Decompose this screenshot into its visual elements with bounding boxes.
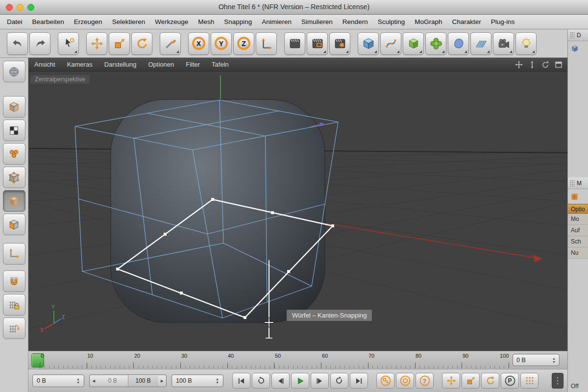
play-reverse-button[interactable] bbox=[252, 373, 270, 389]
stepper-up-icon[interactable]: ▲ bbox=[76, 377, 80, 381]
play-button[interactable] bbox=[291, 373, 309, 389]
vp-menu-kameras[interactable]: Kameras bbox=[61, 58, 98, 71]
viewport-3d[interactable]: Y Z X Zentralperspektive Würfel – Kanten… bbox=[28, 72, 567, 351]
range-left-arrow-icon[interactable]: ◀ bbox=[90, 379, 98, 383]
play-forward-loop-button[interactable] bbox=[330, 373, 348, 389]
objects-manager-header[interactable]: D bbox=[568, 29, 588, 41]
frame-stepper[interactable]: ▲ ▼ bbox=[549, 357, 556, 364]
add-light-button[interactable] bbox=[515, 32, 537, 55]
rounded-cube-object[interactable] bbox=[111, 99, 325, 322]
attributes-manager-header[interactable]: M bbox=[568, 177, 588, 189]
attribute-row[interactable]: Sch bbox=[568, 236, 588, 247]
range-right-arrow-icon[interactable]: ▶ bbox=[158, 379, 166, 383]
key-rotation-button[interactable] bbox=[481, 373, 499, 389]
stepper-up-icon[interactable]: ▲ bbox=[552, 357, 556, 360]
current-frame-stepper[interactable]: ▲ ▼ bbox=[74, 377, 80, 384]
key-pla-button[interactable] bbox=[520, 373, 539, 389]
x-lock-button[interactable]: X bbox=[188, 32, 209, 55]
menu-bearbeiten[interactable]: Bearbeiten bbox=[27, 15, 69, 29]
render-view-button[interactable] bbox=[284, 32, 305, 55]
lock-workplane-button[interactable] bbox=[3, 294, 25, 316]
menu-mesh[interactable]: Mesh bbox=[193, 15, 219, 29]
attributes-tab[interactable]: Optio bbox=[568, 204, 588, 214]
panel-handle-button[interactable] bbox=[552, 373, 564, 389]
points-mode-button[interactable] bbox=[3, 167, 25, 188]
menu-simulieren[interactable]: Simulieren bbox=[296, 15, 338, 29]
add-subdivision-button[interactable] bbox=[403, 32, 424, 55]
polygons-mode-button[interactable] bbox=[3, 214, 25, 235]
keying-help-button[interactable]: ? bbox=[416, 373, 434, 389]
stepper-down-icon[interactable]: ▼ bbox=[552, 360, 556, 364]
live-selection-button[interactable] bbox=[58, 32, 79, 55]
render-region-button[interactable] bbox=[307, 32, 328, 55]
menu-sculpting[interactable]: Sculpting bbox=[373, 15, 410, 29]
menu-datei[interactable]: Datei bbox=[2, 15, 27, 29]
object-cube-icon[interactable] bbox=[571, 45, 579, 52]
coord-system-button[interactable] bbox=[256, 32, 277, 55]
stepper-up-icon[interactable]: ▲ bbox=[216, 377, 219, 381]
add-cube-button[interactable] bbox=[358, 32, 379, 55]
goto-end-button[interactable] bbox=[350, 373, 368, 389]
y-lock-button[interactable]: Y bbox=[211, 32, 232, 55]
objects-menu-label[interactable]: D bbox=[577, 32, 581, 39]
add-camera-button[interactable] bbox=[493, 32, 514, 55]
viewport-zoom-button[interactable] bbox=[528, 60, 536, 69]
last-tool-button[interactable] bbox=[160, 32, 181, 55]
workplane-rotate-button[interactable] bbox=[3, 318, 25, 339]
add-generator-button[interactable] bbox=[425, 32, 446, 55]
next-frame-button[interactable] bbox=[311, 373, 329, 389]
record-keyframe-button[interactable] bbox=[376, 373, 394, 389]
undo-button[interactable] bbox=[7, 32, 28, 55]
vp-menu-ansicht[interactable]: Ansicht bbox=[28, 58, 61, 71]
enable-axis-button[interactable] bbox=[3, 243, 25, 265]
add-spline-button[interactable] bbox=[380, 32, 401, 55]
vp-menu-filter[interactable]: Filter bbox=[180, 58, 206, 71]
menu-plugins[interactable]: Plug-ins bbox=[486, 15, 520, 29]
attribute-bottom-row[interactable]: Off bbox=[568, 380, 588, 392]
add-environment-button[interactable] bbox=[470, 32, 491, 55]
menu-mograph[interactable]: MoGraph bbox=[410, 15, 447, 29]
vp-menu-optionen[interactable]: Optionen bbox=[142, 58, 180, 71]
attributes-menu-label[interactable]: M bbox=[577, 180, 582, 187]
close-button[interactable] bbox=[6, 4, 13, 11]
zoom-button[interactable] bbox=[27, 4, 34, 11]
redo-button[interactable] bbox=[29, 32, 50, 55]
scale-button[interactable] bbox=[109, 32, 130, 55]
workplane-mode-button[interactable] bbox=[3, 143, 25, 165]
add-deformer-button[interactable] bbox=[448, 32, 469, 55]
viewport-canvas[interactable]: Y Z X bbox=[28, 72, 567, 351]
rotate-button[interactable] bbox=[131, 32, 152, 55]
convert-tool-button[interactable] bbox=[3, 61, 25, 82]
z-lock-button[interactable]: Z bbox=[233, 32, 254, 55]
key-scale-button[interactable] bbox=[462, 373, 480, 389]
prev-frame-button[interactable] bbox=[271, 373, 290, 389]
vp-menu-tafeln[interactable]: Tafeln bbox=[206, 58, 235, 71]
model-mode-button[interactable] bbox=[3, 96, 25, 118]
timeline-ticks[interactable] bbox=[40, 363, 511, 368]
render-settings-button[interactable] bbox=[329, 32, 350, 55]
attribute-row[interactable]: Auf bbox=[568, 225, 588, 236]
viewport-toggle-button[interactable] bbox=[554, 60, 563, 69]
key-position-button[interactable] bbox=[442, 373, 460, 389]
camera-label[interactable]: Zentralperspektive bbox=[30, 75, 90, 84]
timeline-ruler[interactable]: 0 10 20 30 40 50 60 70 80 90 100 0 B ▲ ▼ bbox=[28, 351, 567, 369]
goto-start-button[interactable] bbox=[232, 373, 250, 389]
menu-snapping[interactable]: Snapping bbox=[219, 15, 257, 29]
menu-erzeugen[interactable]: Erzeugen bbox=[69, 15, 107, 29]
attribute-row[interactable]: Nu bbox=[568, 247, 588, 259]
menu-charakter[interactable]: Charakter bbox=[447, 15, 486, 29]
attribute-tag-icon[interactable] bbox=[571, 193, 578, 200]
viewport-pan-button[interactable] bbox=[514, 60, 523, 69]
minimize-button[interactable] bbox=[17, 4, 24, 11]
texture-mode-button[interactable] bbox=[3, 120, 25, 141]
snap-toggle-button[interactable] bbox=[3, 270, 25, 292]
menu-werkzeuge[interactable]: Werkzeuge bbox=[150, 15, 193, 29]
panel-grip[interactable] bbox=[570, 180, 575, 187]
menu-selektieren[interactable]: Selektieren bbox=[107, 15, 150, 29]
autokey-button[interactable] bbox=[396, 373, 414, 389]
attribute-row[interactable]: Mo bbox=[568, 214, 588, 225]
panel-grip[interactable] bbox=[570, 32, 575, 39]
current-frame-field[interactable]: 0 B ▲ ▼ bbox=[32, 374, 84, 387]
menu-animieren[interactable]: Animieren bbox=[257, 15, 296, 29]
vp-menu-darstellung[interactable]: Darstellung bbox=[98, 58, 143, 71]
